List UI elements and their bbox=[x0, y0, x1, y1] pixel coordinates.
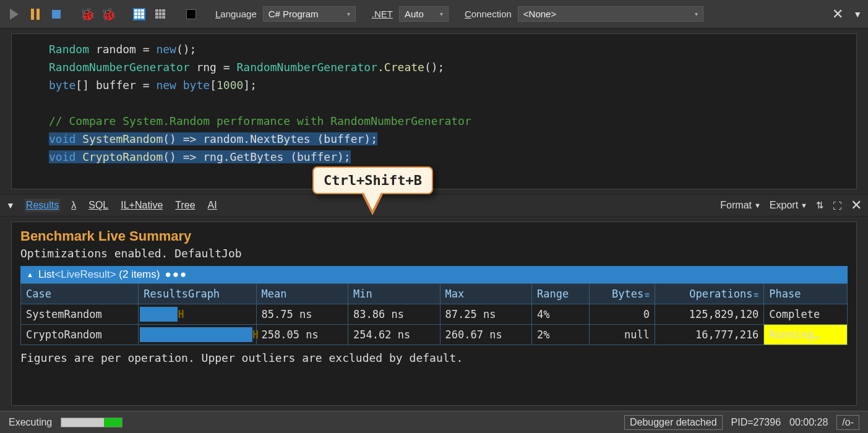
expand-icon[interactable]: ▼ bbox=[853, 9, 862, 19]
collapse-icon[interactable]: ▼ bbox=[6, 200, 15, 210]
tab-ai[interactable]: AI bbox=[207, 199, 218, 212]
cell-min: 254.62 ns bbox=[348, 325, 440, 345]
code-editor[interactable]: Random random = new(); RandomNumberGener… bbox=[11, 33, 857, 189]
results-grid-icon[interactable] bbox=[152, 6, 168, 22]
th-ops[interactable]: Operations≡ bbox=[655, 284, 764, 304]
code-token: (); bbox=[424, 61, 445, 74]
cell-ops: 16,777,216 bbox=[655, 325, 764, 345]
tab-il-native[interactable]: IL+Native bbox=[119, 199, 164, 212]
debug-button[interactable]: 🐞 bbox=[79, 6, 95, 22]
pause-button[interactable] bbox=[27, 6, 43, 22]
debugger-status[interactable]: Debugger detached bbox=[624, 415, 723, 430]
th-min[interactable]: Min bbox=[348, 284, 440, 304]
language-dropdown[interactable]: C# Program ▾ bbox=[263, 6, 356, 22]
table-row[interactable]: SystemRandomH85.75 ns83.86 ns87.25 ns4%0… bbox=[21, 304, 848, 325]
code-token: new bbox=[156, 43, 176, 56]
status-executing: Executing bbox=[9, 417, 52, 428]
chevron-down-icon: ▼ bbox=[754, 202, 761, 209]
cell-bytes: null bbox=[589, 325, 655, 345]
tab-results[interactable]: Results bbox=[25, 199, 60, 212]
tab-lambda[interactable]: λ bbox=[70, 199, 77, 212]
cell-range: 4% bbox=[532, 304, 590, 325]
code-token: CryptoRandom bbox=[75, 150, 163, 163]
cell-case: CryptoRandom bbox=[21, 325, 139, 345]
code-token: = bbox=[136, 43, 157, 56]
close-button[interactable]: ✕ bbox=[832, 6, 843, 22]
cell-max: 87.25 ns bbox=[440, 304, 532, 325]
close-results-button[interactable]: ✕ bbox=[851, 197, 862, 213]
elapsed-time: 00:00:28 bbox=[789, 417, 828, 428]
th-range[interactable]: Range bbox=[532, 284, 590, 304]
chevron-down-icon: ▼ bbox=[801, 202, 807, 209]
shortcut-label: Ctrl+Shift+B bbox=[312, 166, 433, 194]
code-token: new bbox=[156, 79, 183, 92]
connection-value: <None> bbox=[523, 9, 556, 19]
table-row[interactable]: CryptoRandomH258.05 ns254.62 ns260.67 ns… bbox=[21, 325, 848, 345]
theme-button[interactable] bbox=[183, 6, 199, 22]
dotnet-dropdown[interactable]: Auto ▾ bbox=[399, 6, 449, 22]
code-token: ]; bbox=[243, 79, 257, 92]
progress-bar bbox=[61, 418, 122, 427]
figures-note: Figures are per operation. Upper outlier… bbox=[20, 351, 848, 364]
expand-icon[interactable]: ⛶ bbox=[833, 200, 842, 211]
more-icon[interactable]: ●●● bbox=[165, 268, 187, 281]
results-grid-active-icon[interactable] bbox=[131, 6, 147, 22]
menu-icon[interactable]: ≡ bbox=[754, 290, 759, 299]
code-token: () => random.NextBytes (buffer); bbox=[163, 132, 377, 145]
optimization-mode[interactable]: /o- bbox=[836, 415, 859, 430]
language-label: Language bbox=[214, 9, 258, 19]
code-token: SystemRandom bbox=[75, 132, 163, 145]
chevron-down-icon: ▾ bbox=[695, 11, 698, 17]
top-toolbar: 🐞 🐞 Language C# Program ▾ .NET Auto ▾ Co… bbox=[0, 0, 868, 28]
benchmark-title: Benchmark Live Summary bbox=[20, 228, 848, 244]
menu-icon[interactable]: ≡ bbox=[645, 290, 650, 299]
debug-step-button[interactable]: 🐞 bbox=[100, 6, 116, 22]
th-bytes[interactable]: Bytes≡ bbox=[589, 284, 655, 304]
th-phase[interactable]: Phase bbox=[764, 284, 848, 304]
list-header[interactable]: ▲ List<LiveResult> (2 items) ●●● bbox=[20, 266, 848, 283]
connection-dropdown[interactable]: <None> ▾ bbox=[518, 6, 703, 22]
cell-case: SystemRandom bbox=[21, 304, 139, 325]
status-bar: Executing Debugger detached PID=27396 00… bbox=[0, 411, 868, 433]
code-comment: // Compare System.Random performance wit… bbox=[49, 114, 471, 127]
code-token: Random bbox=[49, 43, 89, 56]
cell-range: 2% bbox=[532, 325, 590, 345]
code-token: RandomNumberGenerator bbox=[236, 61, 377, 74]
sort-icon[interactable]: ⇅ bbox=[816, 200, 824, 211]
shortcut-callout: Ctrl+Shift+B bbox=[312, 166, 433, 216]
th-mean[interactable]: Mean bbox=[256, 284, 348, 304]
code-token: [] bbox=[75, 79, 89, 92]
code-token: [ bbox=[210, 79, 217, 92]
code-token: 1000 bbox=[217, 79, 243, 92]
run-button[interactable] bbox=[6, 6, 22, 22]
stop-button[interactable] bbox=[48, 6, 64, 22]
table-header-row: Case ResultsGraph Mean Min Max Range Byt… bbox=[21, 284, 848, 304]
benchmark-subtitle: Optimizations enabled. DefaultJob bbox=[20, 247, 848, 260]
code-token: () => rng.GetBytes (buffer); bbox=[163, 150, 350, 163]
results-tabs: ▼ Results λ SQL IL+Native Tree AI Format… bbox=[0, 194, 868, 216]
code-token: byte bbox=[49, 79, 75, 92]
language-value: C# Program bbox=[269, 9, 319, 19]
cell-min: 83.86 ns bbox=[348, 304, 440, 325]
cell-bytes: 0 bbox=[589, 304, 655, 325]
chevron-down-icon: ▾ bbox=[347, 11, 350, 17]
cell-graph: H bbox=[139, 325, 256, 345]
export-button[interactable]: Export ▼ bbox=[770, 200, 807, 211]
results-pane: Benchmark Live Summary Optimizations ena… bbox=[11, 221, 857, 406]
th-max[interactable]: Max bbox=[440, 284, 532, 304]
cell-mean: 85.75 ns bbox=[256, 304, 348, 325]
tab-tree[interactable]: Tree bbox=[174, 199, 196, 212]
dotnet-label: .NET bbox=[371, 9, 394, 19]
code-token: void bbox=[49, 132, 75, 145]
format-button[interactable]: Format ▼ bbox=[720, 200, 761, 211]
tab-sql[interactable]: SQL bbox=[87, 199, 110, 212]
cell-mean: 258.05 ns bbox=[256, 325, 348, 345]
th-case[interactable]: Case bbox=[21, 284, 139, 304]
pid-label: PID=27396 bbox=[731, 417, 781, 428]
connection-label: Connection bbox=[463, 9, 513, 19]
cell-ops: 125,829,120 bbox=[655, 304, 764, 325]
code-token: = bbox=[217, 61, 237, 74]
th-graph[interactable]: ResultsGraph bbox=[139, 284, 256, 304]
code-token: .Create bbox=[377, 61, 424, 74]
code-token: = bbox=[136, 79, 157, 92]
